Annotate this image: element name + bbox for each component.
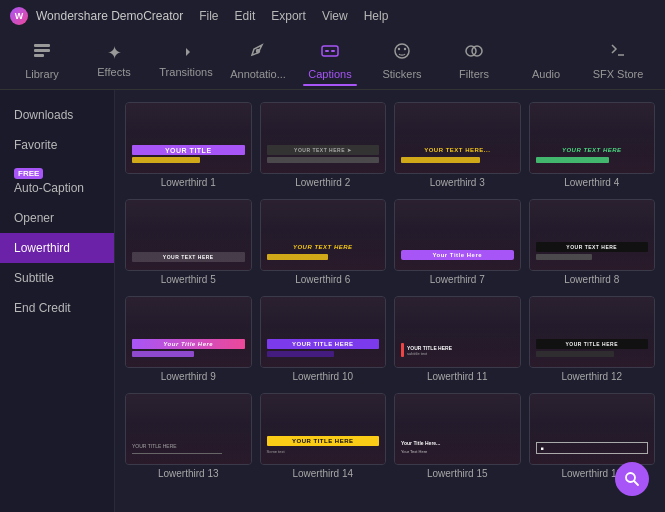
grid-item-4[interactable]: YOUR TEXT HERE Lowerthird 4 — [529, 102, 656, 191]
sidebar-item-auto-caption[interactable]: FREE Auto-Caption — [0, 160, 114, 203]
grid-item-2[interactable]: YOUR TEXT HERE ➤ Lowerthird 2 — [260, 102, 387, 191]
item-label-7: Lowerthird 7 — [394, 271, 521, 288]
item-label-13: Lowerthird 13 — [125, 465, 252, 482]
sidebar-item-lowerthird[interactable]: Lowerthird — [0, 233, 114, 263]
svg-point-8 — [398, 48, 400, 50]
tab-stickers[interactable]: Stickers — [368, 36, 436, 86]
svg-point-7 — [395, 44, 409, 58]
tab-audio-label: Audio — [532, 68, 560, 80]
grid-item-5[interactable]: YOUR TEXT HERE Lowerthird 5 — [125, 199, 252, 288]
thumbnail-16: ■ — [529, 393, 656, 465]
tab-library[interactable]: Library — [8, 36, 76, 86]
svg-rect-0 — [34, 44, 50, 47]
search-fab-button[interactable] — [615, 462, 649, 496]
free-badge: FREE — [14, 168, 43, 179]
thumbnail-5: YOUR TEXT HERE — [125, 199, 252, 271]
tab-bar: Library ✦ Effects Transitions Annotatio.… — [0, 32, 665, 90]
grid-item-10[interactable]: YOUR TITLE HERE Lowerthird 10 — [260, 296, 387, 385]
thumbnail-9: Your Title Here — [125, 296, 252, 368]
thumbnail-10: YOUR TITLE HERE — [260, 296, 387, 368]
thumbnail-6: YOUR TEXT HERE — [260, 199, 387, 271]
annotations-icon — [248, 41, 268, 64]
menu-file[interactable]: File — [199, 9, 218, 23]
item-label-14: Lowerthird 14 — [260, 465, 387, 482]
item-label-5: Lowerthird 5 — [125, 271, 252, 288]
menu-bar: File Edit Export View Help — [199, 9, 388, 23]
thumbnail-1: YOUR TITLE — [125, 102, 252, 174]
thumbnail-3: YOUR TEXT HERE... — [394, 102, 521, 174]
sidebar: Downloads Favorite FREE Auto-Caption Ope… — [0, 90, 115, 512]
grid-item-12[interactable]: YOUR TITLE HERE Lowerthird 12 — [529, 296, 656, 385]
tab-annotations-label: Annotatio... — [230, 68, 286, 80]
thumbnail-8: YOUR TEXT HERE — [529, 199, 656, 271]
thumbnail-4: YOUR TEXT HERE — [529, 102, 656, 174]
audio-icon — [536, 41, 556, 64]
tab-captions-label: Captions — [308, 68, 351, 80]
svg-point-3 — [257, 50, 260, 53]
svg-point-11 — [472, 46, 482, 56]
content-area: YOUR TITLE Lowerthird 1 YOUR TEXT HERE ➤… — [115, 90, 665, 512]
svg-rect-4 — [322, 46, 338, 56]
tab-transitions-label: Transitions — [159, 66, 212, 78]
grid-item-6[interactable]: YOUR TEXT HERE Lowerthird 6 — [260, 199, 387, 288]
tab-annotations[interactable]: Annotatio... — [224, 36, 292, 86]
svg-rect-6 — [331, 50, 335, 52]
sidebar-item-end-credit[interactable]: End Credit — [0, 293, 114, 323]
items-grid: YOUR TITLE Lowerthird 1 YOUR TEXT HERE ➤… — [125, 102, 655, 482]
sidebar-item-opener[interactable]: Opener — [0, 203, 114, 233]
svg-rect-1 — [34, 49, 50, 52]
tab-sfx[interactable]: SFX Store — [584, 36, 652, 86]
menu-export[interactable]: Export — [271, 9, 306, 23]
sidebar-item-downloads[interactable]: Downloads — [0, 100, 114, 130]
thumbnail-12: YOUR TITLE HERE — [529, 296, 656, 368]
tab-filters[interactable]: Filters — [440, 36, 508, 86]
tab-effects[interactable]: ✦ Effects — [80, 36, 148, 86]
grid-item-11[interactable]: YOUR TITLE HERE subtitle text Lowerthird… — [394, 296, 521, 385]
transitions-icon — [176, 44, 196, 62]
sfx-icon — [608, 41, 628, 64]
tab-stickers-label: Stickers — [382, 68, 421, 80]
grid-item-8[interactable]: YOUR TEXT HERE Lowerthird 8 — [529, 199, 656, 288]
thumbnail-11: YOUR TITLE HERE subtitle text — [394, 296, 521, 368]
library-icon — [32, 41, 52, 64]
menu-edit[interactable]: Edit — [235, 9, 256, 23]
grid-item-3[interactable]: YOUR TEXT HERE... Lowerthird 3 — [394, 102, 521, 191]
title-bar: W Wondershare DemoCreator File Edit Expo… — [0, 0, 665, 32]
grid-item-15[interactable]: Your Title Here... Your Text Here Lowert… — [394, 393, 521, 482]
item-label-6: Lowerthird 6 — [260, 271, 387, 288]
menu-help[interactable]: Help — [364, 9, 389, 23]
captions-icon — [320, 41, 340, 64]
tab-filters-label: Filters — [459, 68, 489, 80]
stickers-icon — [392, 41, 412, 64]
svg-rect-2 — [34, 54, 44, 57]
item-label-3: Lowerthird 3 — [394, 174, 521, 191]
app-logo: W — [10, 7, 28, 25]
sidebar-item-subtitle[interactable]: Subtitle — [0, 263, 114, 293]
filters-icon — [464, 41, 484, 64]
item-label-11: Lowerthird 11 — [394, 368, 521, 385]
item-label-10: Lowerthird 10 — [260, 368, 387, 385]
menu-view[interactable]: View — [322, 9, 348, 23]
grid-item-1[interactable]: YOUR TITLE Lowerthird 1 — [125, 102, 252, 191]
grid-item-13[interactable]: YOUR TITLE HERE Lowerthird 13 — [125, 393, 252, 482]
grid-item-9[interactable]: Your Title Here Lowerthird 9 — [125, 296, 252, 385]
item-label-8: Lowerthird 8 — [529, 271, 656, 288]
tab-sfx-label: SFX Store — [593, 68, 644, 80]
tab-transitions[interactable]: Transitions — [152, 36, 220, 86]
tab-effects-label: Effects — [97, 66, 130, 78]
thumbnail-7: Your Title Here — [394, 199, 521, 271]
thumbnail-15: Your Title Here... Your Text Here — [394, 393, 521, 465]
grid-item-14[interactable]: YOUR TITLE HERE Some text Lowerthird 14 — [260, 393, 387, 482]
item-label-15: Lowerthird 15 — [394, 465, 521, 482]
effects-icon: ✦ — [107, 44, 122, 62]
tab-audio[interactable]: Audio — [512, 36, 580, 86]
tab-captions[interactable]: Captions — [296, 36, 364, 86]
thumbnail-13: YOUR TITLE HERE — [125, 393, 252, 465]
item-label-4: Lowerthird 4 — [529, 174, 656, 191]
item-label-1: Lowerthird 1 — [125, 174, 252, 191]
grid-item-7[interactable]: Your Title Here Lowerthird 7 — [394, 199, 521, 288]
item-label-12: Lowerthird 12 — [529, 368, 656, 385]
thumbnail-2: YOUR TEXT HERE ➤ — [260, 102, 387, 174]
sidebar-item-favorite[interactable]: Favorite — [0, 130, 114, 160]
item-label-9: Lowerthird 9 — [125, 368, 252, 385]
